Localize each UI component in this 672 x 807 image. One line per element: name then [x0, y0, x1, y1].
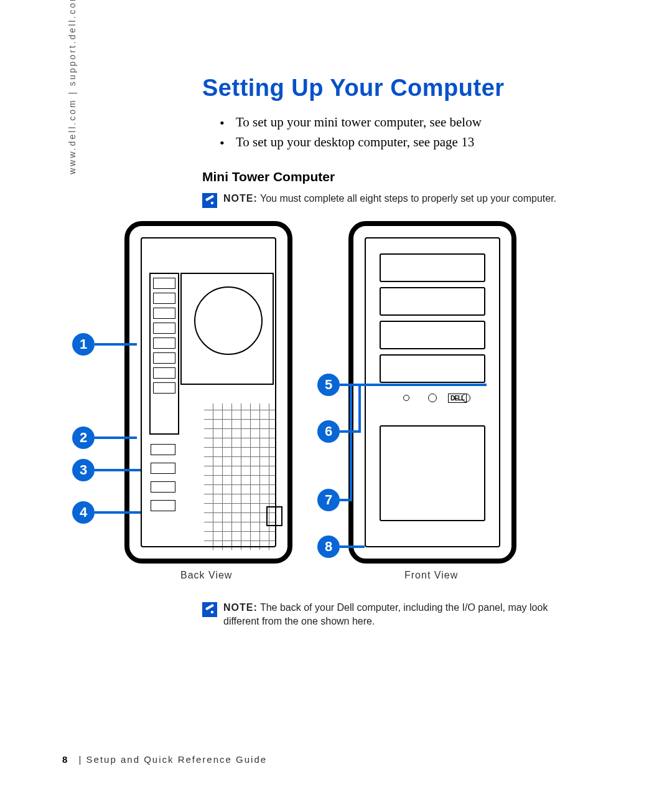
callout-3: 3 — [72, 459, 95, 481]
tower-back-inner — [141, 237, 276, 547]
note-label: NOTE: — [223, 193, 258, 204]
callout-lead — [358, 384, 487, 386]
drive-bay — [380, 321, 485, 349]
callout-7: 7 — [317, 489, 340, 511]
callout-lead — [358, 384, 361, 433]
drive-bay — [380, 287, 485, 316]
tower-front-view: DELL — [348, 221, 516, 564]
bullet-item: To set up your desktop computer, see pag… — [220, 133, 638, 153]
vent-grille — [204, 404, 276, 550]
note-icon — [202, 602, 217, 617]
note-text: NOTE: You must complete all eight steps … — [223, 192, 556, 205]
callout-8: 8 — [317, 536, 340, 558]
drive-bay — [380, 354, 485, 383]
page-title: Setting Up Your Computer — [202, 75, 638, 101]
callout-lead — [95, 469, 141, 471]
side-url: www.dell.com | support.dell.com — [67, 0, 77, 174]
manual-page: www.dell.com | support.dell.com Setting … — [0, 0, 672, 807]
bullet-item: To set up your mini tower computer, see … — [220, 113, 638, 133]
front-badge-row: DELL — [391, 391, 474, 410]
power-socket-icon — [266, 506, 282, 526]
expansion-slot — [151, 481, 175, 493]
callout-4: 4 — [72, 501, 95, 524]
page-number: 8 — [62, 754, 68, 765]
front-door — [380, 425, 485, 521]
note-text: NOTE: The back of your Dell computer, in… — [223, 601, 582, 629]
footer-title: Setup and Quick Reference Guide — [86, 754, 267, 765]
note-label: NOTE: — [223, 602, 258, 613]
footer-separator: | — [79, 754, 83, 765]
power-button-icon — [462, 394, 470, 402]
callout-5: 5 — [317, 374, 340, 396]
callout-lead — [95, 511, 141, 514]
note-body: The back of your Dell computer, includin… — [223, 602, 548, 626]
power-led-icon — [428, 394, 437, 402]
callout-1: 1 — [72, 333, 95, 356]
content-column: Setting Up Your Computer To set up your … — [202, 75, 638, 208]
callout-2: 2 — [72, 427, 95, 449]
page-footer: 8 | Setup and Quick Reference Guide — [62, 754, 267, 765]
callout-lead — [340, 545, 365, 548]
note-body: You must complete all eight steps to pro… — [260, 193, 556, 204]
tower-back-view — [124, 221, 292, 564]
setup-diagram: DELL 1 2 3 4 5 6 7 8 Back View Front Vie… — [62, 221, 554, 595]
note-top: NOTE: You must complete all eight steps … — [202, 192, 638, 208]
tower-front-inner: DELL — [365, 237, 500, 547]
callout-6: 6 — [317, 420, 340, 443]
back-view-label: Back View — [180, 570, 232, 581]
note-icon — [202, 193, 217, 208]
fan-icon — [194, 286, 263, 355]
expansion-slot — [151, 444, 175, 455]
expansion-slot — [151, 500, 175, 511]
callout-lead — [95, 343, 137, 346]
power-supply — [180, 273, 274, 385]
intro-bullets: To set up your mini tower computer, see … — [220, 113, 638, 152]
callout-lead — [95, 437, 137, 439]
section-subhead: Mini Tower Computer — [202, 169, 638, 184]
headphone-icon — [403, 395, 409, 401]
io-panel — [149, 273, 179, 435]
drive-bay — [380, 253, 485, 282]
expansion-slot — [151, 463, 175, 474]
note-bottom: NOTE: The back of your Dell computer, in… — [202, 601, 582, 629]
front-view-label: Front View — [404, 570, 458, 581]
callout-lead — [350, 384, 352, 501]
